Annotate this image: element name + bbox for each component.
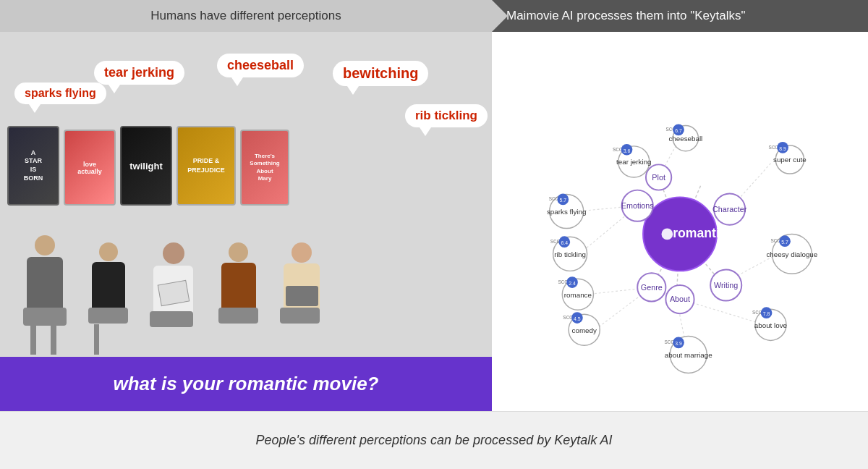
bubble-bewitching: bewitching	[333, 61, 428, 86]
svg-text:3.9: 3.9	[675, 341, 682, 346]
people-row	[14, 228, 477, 355]
svg-text:5.7: 5.7	[781, 240, 788, 245]
person-5	[271, 239, 333, 355]
poster-love-actually: loveactually	[64, 130, 116, 206]
banner-text: what is your romantic movie?	[114, 373, 379, 395]
person-2	[80, 239, 137, 355]
svg-text:4.5: 4.5	[574, 316, 581, 321]
svg-text:super cute: super cute	[773, 156, 807, 164]
person-5-laptop	[286, 286, 318, 306]
bubble-tear-jerking: tear jerking	[94, 61, 184, 85]
svg-text:6.4: 6.4	[561, 240, 568, 245]
svg-text:sparks flying: sparks flying	[547, 208, 586, 216]
person-4	[210, 239, 268, 355]
svg-text:6.7: 6.7	[675, 128, 682, 133]
svg-text:rib tickling: rib tickling	[554, 250, 586, 258]
svg-text:7.8: 7.8	[763, 311, 770, 316]
person-3-head	[163, 242, 184, 264]
svg-text:comedy: comedy	[572, 326, 597, 334]
movie-posters-row: ASTARISBORN loveactually twilight PRIDE …	[0, 126, 492, 206]
person-1-head	[35, 235, 55, 255]
person-2-seat	[88, 308, 128, 324]
right-panel: romantic Emotions Plot Character Genre	[492, 32, 868, 411]
right-header: Maimovie AI processes them into "Keytalk…	[492, 0, 868, 32]
svg-text:Genre: Genre	[641, 283, 663, 292]
bottom-banner: what is your romantic movie?	[0, 357, 492, 411]
svg-text:cheeseball: cheeseball	[668, 135, 702, 143]
person-1-leg-r	[51, 322, 56, 355]
person-1-seat	[23, 308, 67, 326]
svg-text:romantic: romantic	[673, 226, 727, 240]
left-panel: sparks flying tear jerking cheeseball be…	[0, 32, 492, 411]
person-5-head	[292, 242, 312, 263]
panels-header: Humans have different perceptions Maimov…	[0, 0, 868, 32]
person-5-seat	[280, 308, 320, 324]
svg-point-18	[662, 229, 673, 240]
svg-text:about love: about love	[754, 321, 788, 329]
poster-theres-mary: There'sSomethingAboutMary	[240, 130, 289, 206]
svg-text:Emotions: Emotions	[621, 201, 654, 210]
svg-text:2.4: 2.4	[569, 281, 576, 286]
person-4-head	[229, 242, 248, 262]
svg-text:5.7: 5.7	[560, 198, 567, 203]
poster-pride-prejudice: PRIDE &PREJUDICE	[176, 126, 236, 206]
bubble-cheeseball: cheeseball	[217, 54, 304, 77]
person-3-seat	[150, 311, 193, 327]
svg-text:Character: Character	[712, 205, 747, 214]
svg-text:About: About	[670, 295, 690, 303]
main-container: Humans have different perceptions Maimov…	[0, 0, 868, 469]
svg-text:Writing: Writing	[714, 281, 738, 290]
poster-twilight: twilight	[120, 126, 172, 206]
network-graph: romantic Emotions Plot Character Genre	[492, 35, 868, 390]
person-2-head	[99, 242, 118, 261]
header-arrow	[492, 0, 508, 32]
svg-text:cheesy dialogue: cheesy dialogue	[766, 250, 817, 258]
person-1	[14, 235, 76, 355]
svg-text:8.9: 8.9	[779, 146, 786, 151]
person-4-seat	[218, 308, 258, 324]
svg-text:romance: romance	[564, 291, 592, 299]
top-section: sparks flying tear jerking cheeseball be…	[0, 32, 868, 411]
svg-text:3.6: 3.6	[624, 148, 631, 153]
svg-text:tear jerking: tear jerking	[616, 158, 651, 166]
svg-text:Plot: Plot	[652, 173, 665, 182]
svg-text:about marriage: about marriage	[665, 351, 712, 359]
bubble-sparks-flying: sparks flying	[14, 83, 106, 104]
person-2-leg	[94, 324, 99, 355]
bottom-caption: People's different perceptions can be pr…	[0, 411, 868, 469]
caption-text: People's different perceptions can be pr…	[255, 433, 612, 448]
right-header-text: Maimovie AI processes them into "Keytalk…	[506, 9, 745, 23]
network-area: romantic Emotions Plot Character Genre	[492, 35, 868, 390]
person-1-leg-l	[30, 322, 36, 355]
person-3	[141, 242, 206, 355]
bubble-rib-tickling: rib tickling	[405, 104, 488, 127]
left-header: Humans have different perceptions	[0, 0, 492, 32]
poster-star-is-born: ASTARISBORN	[7, 126, 59, 206]
left-header-text: Humans have different perceptions	[150, 9, 341, 23]
